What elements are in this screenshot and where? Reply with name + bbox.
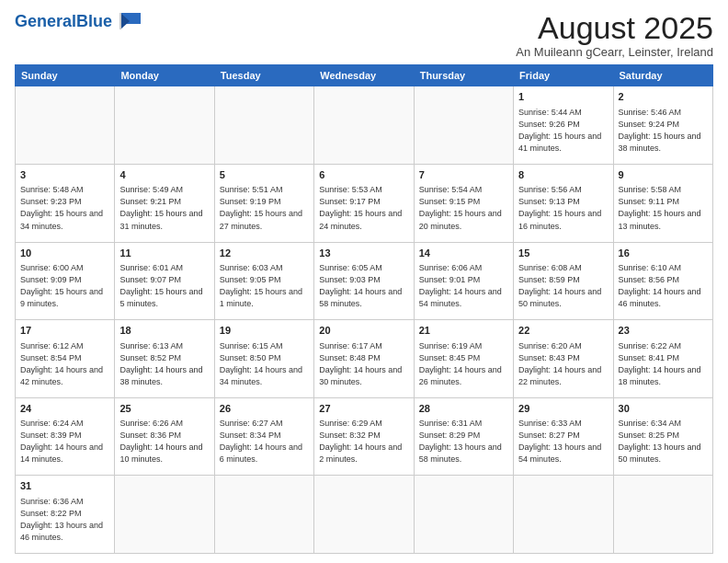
table-row: 25Sunrise: 6:26 AM Sunset: 8:36 PM Dayli… bbox=[115, 397, 214, 476]
day-number: 3 bbox=[20, 168, 109, 182]
day-info: Sunrise: 6:17 AM Sunset: 8:48 PM Dayligh… bbox=[319, 340, 408, 388]
day-number: 2 bbox=[619, 90, 708, 104]
table-row bbox=[214, 476, 313, 554]
table-row bbox=[214, 86, 313, 165]
table-row: 4Sunrise: 5:49 AM Sunset: 9:21 PM Daylig… bbox=[115, 164, 214, 242]
table-row: 26Sunrise: 6:27 AM Sunset: 8:34 PM Dayli… bbox=[214, 397, 313, 476]
table-row bbox=[115, 476, 214, 554]
day-number: 15 bbox=[518, 247, 608, 260]
svg-rect-2 bbox=[119, 13, 121, 29]
day-number: 5 bbox=[220, 168, 309, 182]
day-number: 31 bbox=[20, 479, 109, 493]
day-number: 11 bbox=[119, 247, 209, 260]
calendar-title: August 2025 bbox=[516, 11, 713, 45]
logo-text: GeneralBlue bbox=[15, 13, 112, 29]
table-row: 14Sunrise: 6:06 AM Sunset: 9:01 PM Dayli… bbox=[414, 242, 513, 320]
day-info: Sunrise: 6:22 AM Sunset: 8:41 PM Dayligh… bbox=[619, 340, 708, 388]
table-row: 13Sunrise: 6:05 AM Sunset: 9:03 PM Dayli… bbox=[314, 242, 414, 320]
day-number: 1 bbox=[518, 90, 608, 104]
header: GeneralBlue August 2025 An Muileann gCea… bbox=[15, 11, 713, 59]
table-row bbox=[514, 476, 613, 554]
table-row: 23Sunrise: 6:22 AM Sunset: 8:41 PM Dayli… bbox=[613, 320, 712, 398]
day-number: 4 bbox=[119, 168, 209, 182]
day-info: Sunrise: 6:10 AM Sunset: 8:56 PM Dayligh… bbox=[619, 262, 708, 310]
table-row bbox=[115, 86, 214, 165]
day-info: Sunrise: 6:08 AM Sunset: 8:59 PM Dayligh… bbox=[518, 262, 608, 310]
day-number: 10 bbox=[20, 247, 109, 260]
title-block: August 2025 An Muileann gCearr, Leinster… bbox=[516, 11, 713, 59]
day-info: Sunrise: 6:06 AM Sunset: 9:01 PM Dayligh… bbox=[419, 262, 508, 310]
table-row bbox=[414, 86, 513, 165]
day-info: Sunrise: 6:13 AM Sunset: 8:52 PM Dayligh… bbox=[119, 340, 209, 388]
day-info: Sunrise: 6:34 AM Sunset: 8:25 PM Dayligh… bbox=[619, 418, 708, 465]
table-row: 5Sunrise: 5:51 AM Sunset: 9:19 PM Daylig… bbox=[214, 164, 313, 242]
day-info: Sunrise: 5:48 AM Sunset: 9:23 PM Dayligh… bbox=[20, 184, 109, 232]
table-row bbox=[16, 86, 115, 165]
table-row: 31Sunrise: 6:36 AM Sunset: 8:22 PM Dayli… bbox=[16, 476, 115, 554]
table-row: 21Sunrise: 6:19 AM Sunset: 8:45 PM Dayli… bbox=[414, 320, 513, 398]
day-number: 21 bbox=[419, 324, 508, 338]
day-number: 27 bbox=[319, 402, 408, 416]
table-row: 3Sunrise: 5:48 AM Sunset: 9:23 PM Daylig… bbox=[16, 164, 115, 242]
table-row: 16Sunrise: 6:10 AM Sunset: 8:56 PM Dayli… bbox=[613, 242, 712, 320]
table-row: 6Sunrise: 5:53 AM Sunset: 9:17 PM Daylig… bbox=[314, 164, 414, 242]
table-row: 19Sunrise: 6:15 AM Sunset: 8:50 PM Dayli… bbox=[214, 320, 313, 398]
day-info: Sunrise: 5:56 AM Sunset: 9:13 PM Dayligh… bbox=[518, 184, 608, 232]
table-row: 28Sunrise: 6:31 AM Sunset: 8:29 PM Dayli… bbox=[414, 397, 513, 476]
calendar-subtitle: An Muileann gCearr, Leinster, Ireland bbox=[516, 45, 713, 59]
day-number: 8 bbox=[518, 168, 608, 182]
day-info: Sunrise: 6:19 AM Sunset: 8:45 PM Dayligh… bbox=[419, 340, 508, 388]
day-number: 13 bbox=[319, 247, 408, 260]
col-monday: Monday bbox=[115, 65, 214, 86]
table-row: 30Sunrise: 6:34 AM Sunset: 8:25 PM Dayli… bbox=[613, 397, 712, 476]
col-sunday: Sunday bbox=[16, 65, 115, 86]
day-info: Sunrise: 6:00 AM Sunset: 9:09 PM Dayligh… bbox=[20, 262, 109, 310]
day-info: Sunrise: 6:20 AM Sunset: 8:43 PM Dayligh… bbox=[518, 340, 608, 388]
day-number: 22 bbox=[518, 324, 608, 338]
table-row bbox=[613, 476, 712, 554]
day-number: 9 bbox=[619, 168, 708, 182]
day-info: Sunrise: 6:12 AM Sunset: 8:54 PM Dayligh… bbox=[20, 340, 109, 388]
logo-general: General bbox=[15, 12, 76, 30]
table-row: 12Sunrise: 6:03 AM Sunset: 9:05 PM Dayli… bbox=[214, 242, 313, 320]
table-row: 22Sunrise: 6:20 AM Sunset: 8:43 PM Dayli… bbox=[514, 320, 613, 398]
day-number: 28 bbox=[419, 402, 508, 416]
day-number: 30 bbox=[619, 402, 708, 416]
day-info: Sunrise: 6:15 AM Sunset: 8:50 PM Dayligh… bbox=[220, 340, 309, 388]
table-row: 27Sunrise: 6:29 AM Sunset: 8:32 PM Dayli… bbox=[314, 397, 414, 476]
day-number: 26 bbox=[220, 402, 309, 416]
col-tuesday: Tuesday bbox=[214, 65, 313, 86]
table-row: 18Sunrise: 6:13 AM Sunset: 8:52 PM Dayli… bbox=[115, 320, 214, 398]
day-info: Sunrise: 6:29 AM Sunset: 8:32 PM Dayligh… bbox=[319, 418, 408, 465]
logo-blue: Blue bbox=[76, 12, 112, 30]
day-number: 7 bbox=[419, 168, 508, 182]
day-number: 14 bbox=[419, 247, 508, 260]
logo: GeneralBlue bbox=[15, 11, 142, 31]
day-number: 25 bbox=[119, 402, 209, 416]
col-wednesday: Wednesday bbox=[314, 65, 414, 86]
day-number: 18 bbox=[119, 324, 209, 338]
day-info: Sunrise: 5:46 AM Sunset: 9:24 PM Dayligh… bbox=[619, 107, 708, 155]
table-row: 15Sunrise: 6:08 AM Sunset: 8:59 PM Dayli… bbox=[514, 242, 613, 320]
day-info: Sunrise: 6:05 AM Sunset: 9:03 PM Dayligh… bbox=[319, 262, 408, 310]
table-row: 9Sunrise: 5:58 AM Sunset: 9:11 PM Daylig… bbox=[613, 164, 712, 242]
table-row: 8Sunrise: 5:56 AM Sunset: 9:13 PM Daylig… bbox=[514, 164, 613, 242]
day-number: 19 bbox=[220, 324, 309, 338]
table-row: 2Sunrise: 5:46 AM Sunset: 9:24 PM Daylig… bbox=[613, 86, 712, 165]
day-info: Sunrise: 6:33 AM Sunset: 8:27 PM Dayligh… bbox=[518, 418, 608, 465]
day-info: Sunrise: 6:24 AM Sunset: 8:39 PM Dayligh… bbox=[20, 418, 109, 465]
table-row: 11Sunrise: 6:01 AM Sunset: 9:07 PM Dayli… bbox=[115, 242, 214, 320]
day-info: Sunrise: 5:49 AM Sunset: 9:21 PM Dayligh… bbox=[119, 184, 209, 232]
table-row: 29Sunrise: 6:33 AM Sunset: 8:27 PM Dayli… bbox=[514, 397, 613, 476]
day-number: 29 bbox=[518, 402, 608, 416]
day-info: Sunrise: 5:51 AM Sunset: 9:19 PM Dayligh… bbox=[220, 184, 309, 232]
day-info: Sunrise: 6:26 AM Sunset: 8:36 PM Dayligh… bbox=[119, 418, 209, 465]
table-row: 7Sunrise: 5:54 AM Sunset: 9:15 PM Daylig… bbox=[414, 164, 513, 242]
col-friday: Friday bbox=[514, 65, 613, 86]
col-thursday: Thursday bbox=[414, 65, 513, 86]
day-number: 16 bbox=[619, 247, 708, 260]
header-row: Sunday Monday Tuesday Wednesday Thursday… bbox=[16, 65, 713, 86]
day-info: Sunrise: 5:54 AM Sunset: 9:15 PM Dayligh… bbox=[419, 184, 508, 232]
day-info: Sunrise: 5:44 AM Sunset: 9:26 PM Dayligh… bbox=[518, 107, 608, 155]
day-info: Sunrise: 6:31 AM Sunset: 8:29 PM Dayligh… bbox=[419, 418, 508, 465]
